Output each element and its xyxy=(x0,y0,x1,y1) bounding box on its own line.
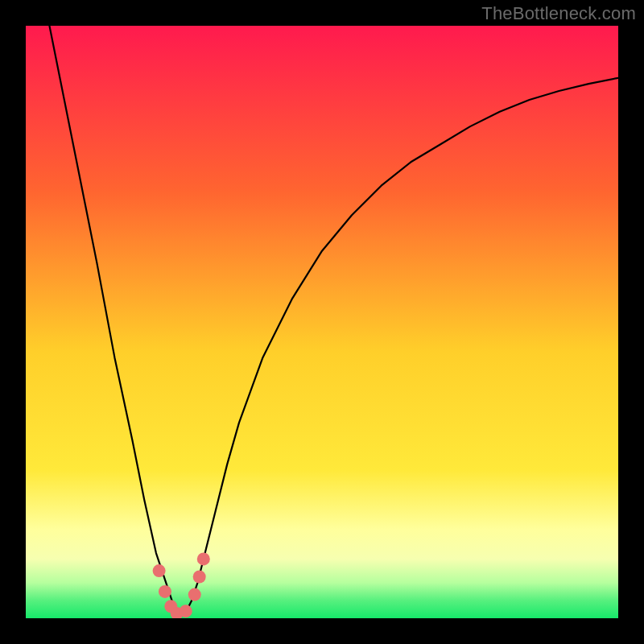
range-marker xyxy=(193,570,206,583)
range-marker xyxy=(153,564,166,577)
plot-area xyxy=(26,26,618,618)
chart-frame: TheBottleneck.com xyxy=(0,0,644,644)
range-marker xyxy=(188,588,201,601)
gradient-background xyxy=(26,26,618,618)
range-marker xyxy=(180,605,192,617)
bottleneck-curve-chart xyxy=(26,26,618,618)
range-marker xyxy=(159,585,171,598)
watermark-text: TheBottleneck.com xyxy=(481,3,636,24)
range-marker xyxy=(197,552,210,565)
